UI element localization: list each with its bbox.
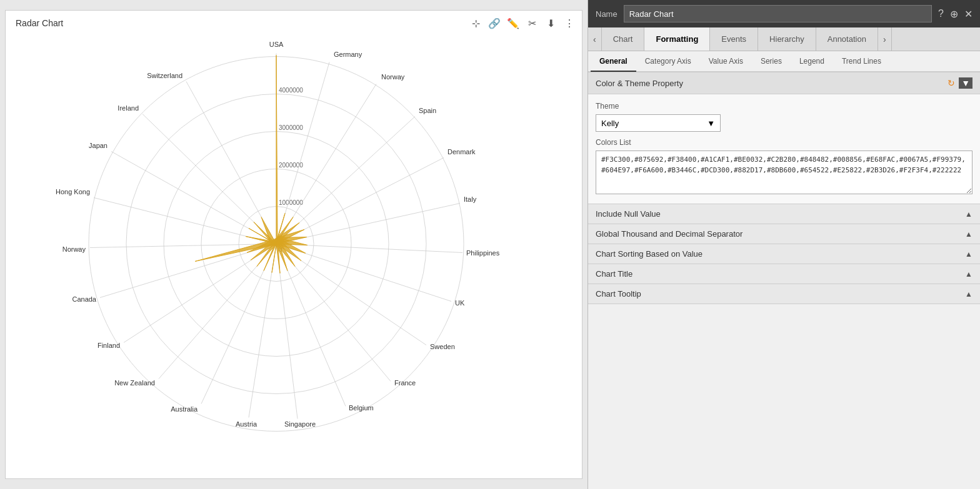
svg-text:Switzerland: Switzerland (147, 71, 182, 79)
dropdown-arrow-icon: ▼ (707, 119, 715, 128)
colors-textarea[interactable]: #F3C300,#875692,#F38400,#A1CAF1,#BE0032,… (596, 151, 972, 194)
svg-text:Sweden: Sweden (430, 342, 455, 350)
color-theme-title: Color & Theme Property (596, 79, 683, 88)
properties-panel: Name ? ⊕ ✕ ‹ Chart Formatting Events Hie… (588, 0, 980, 489)
svg-text:Norway: Norway (381, 72, 405, 80)
svg-text:USA: USA (269, 40, 284, 47)
svg-text:Austria: Austria (236, 420, 258, 427)
chart-title-section[interactable]: Chart Title ▲ (588, 264, 980, 284)
sub-tab-bar: General Category Axis Value Axis Series … (588, 51, 980, 72)
tab-hierarchy[interactable]: Hierarchy (758, 27, 816, 51)
close-icon[interactable]: ✕ (964, 8, 972, 20)
svg-text:Spain: Spain (419, 106, 436, 114)
chart-tooltip-title: Chart Tooltip (596, 289, 641, 299)
tab-events[interactable]: Events (710, 27, 758, 51)
help-icon[interactable]: ? (938, 8, 944, 19)
svg-marker-32 (276, 55, 278, 244)
move-icon[interactable]: ⊹ (468, 16, 483, 31)
tab-next-btn[interactable]: › (878, 27, 892, 51)
scissors-icon[interactable]: ✂ (524, 16, 539, 31)
svg-text:Singapore: Singapore (284, 420, 316, 427)
separator-section[interactable]: Global Thousand and Decimal Separator ▲ (588, 224, 980, 244)
download-icon[interactable]: ⬇ (543, 16, 558, 31)
svg-text:Norway: Norway (62, 245, 86, 252)
svg-text:Australia: Australia (171, 405, 199, 412)
sub-tab-category-axis[interactable]: Category Axis (636, 51, 700, 71)
svg-text:New Zealand: New Zealand (115, 378, 156, 386)
sorting-title: Chart Sorting Based on Value (596, 249, 702, 259)
header-bar: Name ? ⊕ ✕ (588, 0, 980, 27)
separator-chevron-icon: ▲ (965, 230, 972, 239)
color-theme-section-header[interactable]: Color & Theme Property ↻ ▼ (588, 72, 980, 94)
chart-container: Radar Chart ⊹ 🔗 ✏️ ✂ ⬇ ⋮ 1000000 2000000… (5, 10, 582, 479)
svg-text:2000000: 2000000 (279, 161, 303, 168)
null-value-section[interactable]: Include Null Value ▲ (588, 204, 980, 224)
theme-dropdown[interactable]: Kelly ▼ (596, 114, 721, 132)
svg-text:France: France (394, 378, 416, 386)
chart-toolbar: ⊹ 🔗 ✏️ ✂ ⬇ ⋮ (468, 16, 577, 31)
tab-formatting[interactable]: Formatting (644, 27, 710, 51)
svg-text:Japan: Japan (89, 141, 108, 149)
chart-panel: Radar Chart ⊹ 🔗 ✏️ ✂ ⬇ ⋮ 1000000 2000000… (0, 0, 588, 489)
svg-text:Finland: Finland (98, 341, 120, 348)
svg-text:3000000: 3000000 (279, 124, 303, 131)
radar-chart-svg-container: 1000000 2000000 3000000 4000000 0 (39, 31, 514, 458)
null-value-title: Include Null Value (596, 209, 661, 219)
svg-text:Ireland: Ireland (118, 104, 139, 111)
svg-text:Philippines: Philippines (466, 249, 500, 256)
colors-label: Colors List (596, 138, 972, 147)
theme-label: Theme (596, 102, 972, 111)
sub-tab-series[interactable]: Series (752, 51, 791, 71)
svg-text:Italy: Italy (464, 195, 477, 202)
sub-tab-trend-lines[interactable]: Trend Lines (833, 51, 890, 71)
svg-text:4000000: 4000000 (279, 86, 303, 93)
top-tab-bar: ‹ Chart Formatting Events Hierarchy Anno… (588, 27, 980, 51)
svg-text:Denmark: Denmark (448, 147, 476, 155)
null-value-chevron-icon: ▲ (965, 210, 972, 219)
chart-title-chevron-icon: ▲ (965, 270, 972, 279)
chart-tooltip-chevron-icon: ▲ (965, 290, 972, 299)
tab-chart[interactable]: Chart (602, 27, 645, 51)
more-icon[interactable]: ⋮ (562, 16, 577, 31)
refresh-icon[interactable]: ↻ (948, 78, 955, 88)
name-input[interactable] (624, 5, 932, 22)
sub-tab-legend[interactable]: Legend (791, 51, 833, 71)
svg-text:1000000: 1000000 (279, 199, 303, 205)
collapse-icon[interactable]: ▼ (959, 77, 972, 89)
separator-title: Global Thousand and Decimal Separator (596, 229, 742, 239)
tab-prev-btn[interactable]: ‹ (588, 27, 602, 51)
theme-select-container: Kelly ▼ (596, 114, 972, 132)
chart-title: Radar Chart (16, 18, 63, 28)
name-label: Name (596, 9, 618, 19)
link-icon[interactable]: 🔗 (487, 16, 502, 31)
sorting-chevron-icon: ▲ (965, 250, 972, 259)
section-header-icons: ↻ ▼ (948, 77, 972, 89)
tab-annotation[interactable]: Annotation (816, 27, 878, 51)
sorting-section[interactable]: Chart Sorting Based on Value ▲ (588, 244, 980, 264)
header-icons: ? ⊕ ✕ (938, 8, 972, 20)
chart-title-title: Chart Title (596, 269, 632, 279)
edit-icon[interactable]: ✏️ (506, 16, 521, 31)
svg-text:Canada: Canada (72, 295, 97, 302)
radar-chart-svg: 1000000 2000000 3000000 4000000 0 (39, 31, 514, 456)
svg-text:Hong Kong: Hong Kong (56, 187, 90, 195)
content-area: Color & Theme Property ↻ ▼ Theme Kelly ▼… (588, 72, 980, 489)
color-theme-content: Theme Kelly ▼ Colors List #F3C300,#87569… (588, 94, 980, 204)
sub-tab-general[interactable]: General (591, 52, 636, 72)
svg-text:Germany: Germany (334, 50, 362, 57)
svg-text:Belgium: Belgium (349, 403, 374, 411)
svg-text:UK: UK (455, 299, 465, 306)
chart-tooltip-section[interactable]: Chart Tooltip ▲ (588, 284, 980, 304)
sub-tab-value-axis[interactable]: Value Axis (700, 51, 752, 71)
crosshair-icon[interactable]: ⊕ (950, 8, 958, 20)
